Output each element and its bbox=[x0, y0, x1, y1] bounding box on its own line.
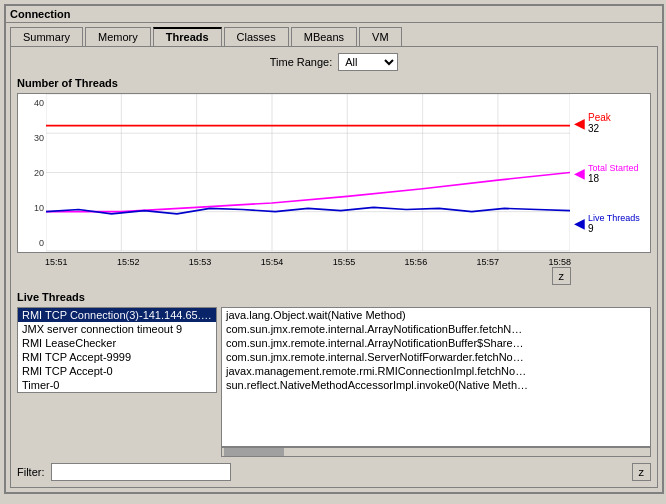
tab-threads[interactable]: Threads bbox=[153, 27, 222, 46]
time-range-row: Time Range: All 1 min 5 min 10 min bbox=[17, 53, 651, 71]
thread-item[interactable]: RMI TCP Accept-0 bbox=[18, 364, 216, 378]
legend-peak-label: Peak bbox=[588, 112, 611, 123]
thread-item[interactable]: JMX server connection timeout 9 bbox=[18, 322, 216, 336]
thread-item[interactable]: RMI TCP Accept-9999 bbox=[18, 350, 216, 364]
y-label-30: 30 bbox=[20, 133, 44, 143]
x-label-1554: 15:54 bbox=[261, 257, 284, 267]
y-label-40: 40 bbox=[20, 98, 44, 108]
tab-summary[interactable]: Summary bbox=[10, 27, 83, 46]
detail-scrollbar[interactable] bbox=[221, 447, 651, 457]
x-label-1555: 15:55 bbox=[333, 257, 356, 267]
thread-detail: java.lang.Object.wait(Native Method) com… bbox=[221, 307, 651, 447]
y-axis: 40 30 20 10 0 bbox=[18, 94, 46, 252]
x-label-1558: 15:58 bbox=[548, 257, 571, 267]
chart-zoom-button[interactable]: z bbox=[552, 267, 572, 285]
x-label-1551: 15:51 bbox=[45, 257, 68, 267]
y-label-20: 20 bbox=[20, 168, 44, 178]
y-label-0: 0 bbox=[20, 238, 44, 248]
tab-memory[interactable]: Memory bbox=[85, 27, 151, 46]
live-threads-section: Live Threads RMI TCP Connection(3)-141.1… bbox=[17, 291, 651, 457]
x-label-1552: 15:52 bbox=[117, 257, 140, 267]
legend-total-value: 18 bbox=[588, 173, 639, 184]
filter-zoom-button[interactable]: z bbox=[632, 463, 652, 481]
detail-line: javax.management.remote.rmi.RMIConnectio… bbox=[222, 364, 650, 378]
tab-bar: Summary Memory Threads Classes MBeans VM bbox=[6, 23, 662, 46]
legend-live-label: Live Threads bbox=[588, 213, 640, 223]
tab-mbeans[interactable]: MBeans bbox=[291, 27, 357, 46]
filter-row: Filter: z bbox=[17, 463, 651, 481]
chart-area: 40 30 20 10 0 bbox=[17, 93, 651, 253]
thread-item[interactable]: RMI LeaseChecker bbox=[18, 336, 216, 350]
detail-line: com.sun.jmx.remote.internal.ArrayNotific… bbox=[222, 336, 650, 350]
x-label-1557: 15:57 bbox=[477, 257, 500, 267]
time-range-select[interactable]: All 1 min 5 min 10 min bbox=[338, 53, 398, 71]
live-threads-title: Live Threads bbox=[17, 291, 651, 303]
legend-peak-value: 32 bbox=[588, 123, 611, 134]
thread-item[interactable]: RMI TCP Connection(3)-141.144.65.230 bbox=[18, 308, 216, 322]
tab-content: Time Range: All 1 min 5 min 10 min Numbe… bbox=[10, 46, 658, 488]
legend-total-label: Total Started bbox=[588, 163, 639, 173]
x-label-1556: 15:56 bbox=[405, 257, 428, 267]
thread-list-wrapper: RMI TCP Connection(3)-141.144.65.230 JMX… bbox=[17, 307, 217, 447]
tab-vm[interactable]: VM bbox=[359, 27, 402, 46]
thread-list[interactable]: RMI TCP Connection(3)-141.144.65.230 JMX… bbox=[17, 307, 217, 393]
chart-legend: ◀ Peak 32 ◀ Total Started 18 bbox=[570, 94, 650, 252]
detail-line: sun.reflect.NativeMethodAccessorImpl.inv… bbox=[222, 378, 650, 392]
legend-live-value: 9 bbox=[588, 223, 640, 234]
x-axis: 15:51 15:52 15:53 15:54 15:55 15:56 15:5… bbox=[17, 257, 651, 267]
legend-total: ◀ Total Started 18 bbox=[574, 163, 646, 184]
thread-item[interactable]: Timer-0 bbox=[18, 378, 216, 392]
live-threads-row: RMI TCP Connection(3)-141.144.65.230 JMX… bbox=[17, 307, 651, 447]
window-title: Connection bbox=[6, 6, 662, 23]
detail-line: java.lang.Object.wait(Native Method) bbox=[222, 308, 650, 322]
tab-classes[interactable]: Classes bbox=[224, 27, 289, 46]
detail-line: com.sun.jmx.remote.internal.ServerNotifF… bbox=[222, 350, 650, 364]
legend-live: ◀ Live Threads 9 bbox=[574, 213, 646, 234]
chart-title: Number of Threads bbox=[17, 77, 651, 89]
chart-svg bbox=[46, 94, 570, 252]
x-label-1553: 15:53 bbox=[189, 257, 212, 267]
time-range-label: Time Range: bbox=[270, 56, 333, 68]
chart-grid bbox=[46, 94, 570, 252]
filter-label: Filter: bbox=[17, 466, 45, 478]
y-label-10: 10 bbox=[20, 203, 44, 213]
legend-peak: ◀ Peak 32 bbox=[574, 112, 646, 134]
detail-line: com.sun.jmx.remote.internal.ArrayNotific… bbox=[222, 322, 650, 336]
filter-input[interactable] bbox=[51, 463, 231, 481]
main-window: Connection Summary Memory Threads Classe… bbox=[4, 4, 664, 494]
